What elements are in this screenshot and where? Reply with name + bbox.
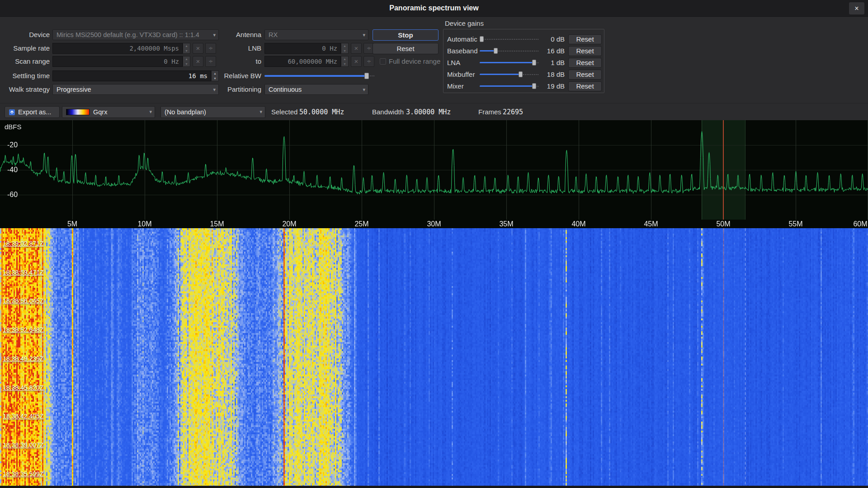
scan-to-stepper[interactable]: ▴▾ <box>341 56 349 67</box>
gain-baseband-label: Baseband <box>447 47 479 56</box>
selected-label: Selected <box>271 103 297 121</box>
reset-button[interactable]: Reset <box>373 43 439 54</box>
antenna-select-value: RX <box>269 31 278 38</box>
scan-to-divide-button[interactable]: ÷ <box>363 56 374 67</box>
spin-down-icon: ▾ <box>183 48 190 53</box>
settling-time-label: Settling time <box>4 70 50 81</box>
settling-time-input[interactable]: 16 ms <box>52 70 211 81</box>
spin-up-icon: ▴ <box>341 56 348 61</box>
bandplan-select[interactable]: (No bandplan) ▾ <box>160 106 265 118</box>
slider-handle[interactable] <box>364 73 369 79</box>
scan-to-label: to <box>216 56 261 67</box>
slider-groove <box>480 39 538 40</box>
gain-mixbuffer-label: Mixbuffer <box>447 70 479 79</box>
selected-value: 50.0000 MHz <box>299 103 344 121</box>
spin-up-icon: ▴ <box>183 43 190 48</box>
chevron-down-icon: ▾ <box>363 30 365 40</box>
export-button[interactable]: Export as... <box>5 106 60 118</box>
slider-fill <box>264 75 367 77</box>
device-select[interactable]: Mirics MSi2500 default (e.g. VTX3D card)… <box>52 29 219 40</box>
gain-mixbuffer-slider[interactable] <box>480 70 538 79</box>
stop-button[interactable]: Stop <box>373 29 439 41</box>
slider-handle[interactable] <box>519 71 523 77</box>
bandplan-value: (No bandplan) <box>165 108 206 116</box>
close-icon: × <box>854 5 859 12</box>
gain-mixer-label: Mixer <box>447 82 479 91</box>
export-icon <box>9 109 15 116</box>
lnb-label: LNB <box>216 43 261 54</box>
scan-range-stepper[interactable]: ▴▾ <box>183 56 190 67</box>
scan-range-divide-button[interactable]: ÷ <box>205 56 216 67</box>
partitioning-label: Partitioning <box>216 84 261 95</box>
sample-rate-input[interactable]: 2,400000 Msps <box>52 43 183 54</box>
gain-automatic-slider[interactable] <box>480 35 538 44</box>
walk-strategy-select[interactable]: Progressive▾ <box>52 84 219 95</box>
chevron-down-icon: ▾ <box>149 107 152 117</box>
frames-value: 22695 <box>503 103 523 121</box>
walk-strategy-value: Progressive <box>57 86 91 93</box>
gain-lna-value: 1 dB <box>539 58 565 67</box>
bandwidth-value: 3.00000 MHz <box>406 103 451 121</box>
partitioning-value: Continuous <box>269 86 302 93</box>
gain-automatic-label: Automatic <box>447 35 479 44</box>
spectrum-plot: dBFS 5M10M15M20M25M30M35M40M45M50M55M60M… <box>0 120 868 228</box>
full-device-range-checkbox[interactable] <box>380 58 386 65</box>
antenna-label: Antenna <box>216 29 261 40</box>
toolbar: Export as... Gqrx ▾ (No bandplan) ▾ Sele… <box>0 103 868 120</box>
scan-to-input[interactable]: 60,000000 MHz <box>264 56 341 67</box>
device-label: Device <box>4 29 50 40</box>
slider-fill <box>480 62 534 63</box>
chevron-down-icon: ▾ <box>259 107 262 117</box>
relative-bw-slider[interactable] <box>264 70 374 81</box>
walk-strategy-label: Walk strategy <box>4 84 50 95</box>
sample-rate-divide-button[interactable]: ÷ <box>205 43 216 54</box>
sample-rate-label: Sample rate <box>4 43 50 54</box>
title-bar: Panoramic spectrum view × <box>0 0 868 17</box>
chevron-down-icon: ▾ <box>213 30 216 40</box>
waterfall-canvas[interactable] <box>0 228 868 486</box>
gain-automatic-reset-button[interactable]: Reset <box>568 34 602 44</box>
chevron-down-icon: ▾ <box>363 84 365 94</box>
gain-lna-label: LNA <box>447 58 479 67</box>
spin-up-icon: ▴ <box>183 56 190 61</box>
scan-range-input[interactable]: 0 Hz <box>52 56 183 67</box>
lnb-input[interactable]: 0 Hz <box>264 43 341 54</box>
gain-baseband-slider[interactable] <box>480 47 538 56</box>
slider-fill <box>480 85 534 87</box>
spin-up-icon: ▴ <box>341 43 348 48</box>
slider-handle[interactable] <box>494 48 498 54</box>
close-button[interactable]: × <box>849 2 864 14</box>
spectrum-canvas[interactable] <box>0 120 868 228</box>
lnb-multiply-button[interactable]: × <box>351 43 362 54</box>
gain-lna-slider[interactable] <box>480 58 538 67</box>
colormap-value: Gqrx <box>93 107 107 117</box>
gain-mixer-reset-button[interactable]: Reset <box>568 81 602 91</box>
slider-handle[interactable] <box>532 83 536 89</box>
gain-mixbuffer-reset-button[interactable]: Reset <box>568 70 602 80</box>
slider-handle[interactable] <box>532 60 536 66</box>
gain-automatic-value: 0 dB <box>539 35 565 44</box>
antenna-select[interactable]: RX▾ <box>264 29 368 40</box>
waterfall-plot: 18:39:02.871Z18:38:59.471Z18:38:56.045Z1… <box>0 228 868 486</box>
gain-lna-reset-button[interactable]: Reset <box>568 58 602 68</box>
colormap-select[interactable]: Gqrx ▾ <box>62 106 155 118</box>
lnb-stepper[interactable]: ▴▾ <box>341 43 349 54</box>
partitioning-select[interactable]: Continuous▾ <box>264 84 368 95</box>
slider-handle[interactable] <box>480 36 484 42</box>
sample-rate-multiply-button[interactable]: × <box>193 43 203 54</box>
window-title: Panoramic spectrum view <box>389 4 478 12</box>
colormap-swatch <box>66 109 90 115</box>
export-button-label: Export as... <box>18 108 51 116</box>
gain-mixer-slider[interactable] <box>480 82 538 91</box>
gain-baseband-reset-button[interactable]: Reset <box>568 46 602 56</box>
frames-label: Frames <box>478 103 501 121</box>
device-gains-title: Device gains <box>445 19 484 27</box>
scan-to-multiply-button[interactable]: × <box>351 56 362 67</box>
device-gains-group: Automatic 0 dB Reset Baseband 16 dB Rese… <box>443 29 604 93</box>
sample-rate-stepper[interactable]: ▴▾ <box>183 43 190 54</box>
scan-range-multiply-button[interactable]: × <box>193 56 203 67</box>
chevron-down-icon: ▾ <box>213 84 216 94</box>
spin-down-icon: ▾ <box>341 61 348 66</box>
relative-bw-label: Relative BW <box>216 70 261 81</box>
gain-mixbuffer-value: 18 dB <box>539 70 565 79</box>
